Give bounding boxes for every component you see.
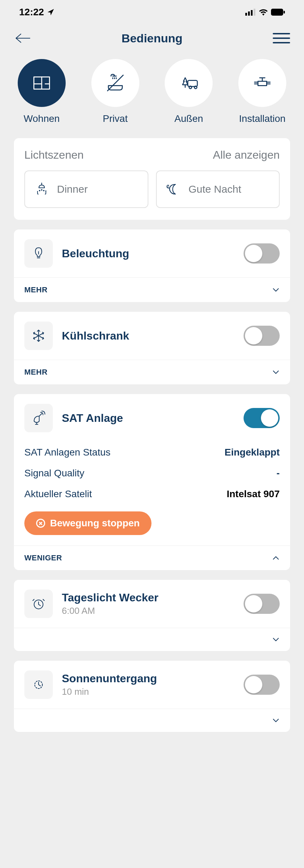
svg-rect-1	[248, 11, 250, 16]
detail-label: Signal Quality	[24, 468, 84, 479]
chevron-down-icon	[272, 717, 280, 724]
category-label: Wohnen	[24, 113, 60, 124]
detail-label: SAT Anlagen Status	[24, 447, 110, 458]
lighting-card: Beleuchtung MEHR	[14, 229, 290, 302]
sunset-timer-icon	[24, 670, 53, 699]
detail-value: -	[277, 468, 280, 479]
svg-rect-5	[284, 11, 285, 14]
sat-toggle[interactable]	[244, 408, 280, 428]
alarm-toggle[interactable]	[244, 594, 280, 614]
fridge-toggle[interactable]	[244, 326, 280, 346]
expand-more-label: MEHR	[24, 368, 48, 377]
alarm-expand[interactable]	[14, 628, 290, 651]
fridge-expand[interactable]: MEHR	[14, 360, 290, 384]
svg-rect-0	[245, 13, 247, 16]
stop-button-label: Bewegung stoppen	[50, 518, 140, 529]
alarm-subtitle: 6:00 AM	[62, 606, 235, 616]
back-button[interactable]	[14, 31, 31, 45]
sunset-card: Sonnenuntergang 10 min	[14, 661, 290, 732]
category-wohnen[interactable]: Wohnen	[16, 59, 68, 124]
battery-icon	[271, 9, 285, 16]
svg-line-7	[107, 75, 123, 91]
svg-rect-2	[251, 10, 253, 16]
tree-camper-icon	[178, 73, 199, 93]
category-privat[interactable]: Privat	[89, 59, 141, 124]
chevron-down-icon	[272, 286, 280, 294]
sunset-expand[interactable]	[14, 709, 290, 732]
wifi-icon	[258, 9, 268, 16]
sunset-toggle[interactable]	[244, 675, 280, 695]
svg-rect-4	[271, 9, 283, 16]
category-installation[interactable]: Installation	[236, 59, 288, 124]
expand-less-label: WENIGER	[24, 553, 62, 562]
svg-point-13	[43, 190, 44, 191]
close-circle-icon	[36, 519, 45, 528]
sat-signal-row: Signal Quality -	[14, 463, 290, 484]
scenes-card: Lichtszenen Alle anzeigen Dinner Gute Na…	[14, 138, 290, 220]
category-label: Außen	[174, 113, 203, 124]
category-row: Wohnen Privat Außen Installation	[0, 56, 304, 138]
scenes-title: Lichtszenen	[24, 149, 84, 161]
snowflake-icon	[24, 322, 53, 350]
chevron-up-icon	[272, 554, 280, 562]
fridge-card: Kühlschrank MEHR	[14, 312, 290, 384]
lighting-title: Beleuchtung	[62, 247, 235, 260]
sat-collapse[interactable]: WENIGER	[14, 545, 290, 570]
svg-point-9	[189, 86, 192, 89]
sat-satellite-row: Aktueller Satelit Intelsat 907	[14, 484, 290, 504]
scene-label: Dinner	[57, 183, 88, 195]
fridge-title: Kühlschrank	[62, 329, 235, 342]
valve-icon	[252, 73, 273, 93]
sunset-subtitle: 10 min	[62, 686, 235, 697]
category-label: Privat	[103, 113, 128, 124]
lighting-expand[interactable]: MEHR	[14, 277, 290, 302]
menu-button[interactable]	[273, 31, 290, 45]
svg-point-11	[41, 190, 42, 190]
svg-rect-8	[188, 81, 198, 87]
svg-point-10	[195, 86, 197, 89]
shower-bath-icon	[105, 73, 126, 93]
scene-dinner[interactable]: Dinner	[24, 170, 148, 208]
floor-plan-icon	[31, 73, 52, 93]
page-title: Bedienung	[122, 32, 183, 45]
dinner-lamp-icon	[33, 181, 50, 198]
moon-icon	[165, 181, 182, 198]
chevron-down-icon	[272, 636, 280, 643]
svg-point-12	[39, 190, 40, 191]
sat-title: SAT Anlage	[62, 412, 235, 425]
detail-label: Aktueller Satelit	[24, 489, 92, 500]
alarm-title: Tageslicht Wecker	[62, 591, 235, 604]
sunset-title: Sonnenuntergang	[62, 672, 235, 685]
sat-status-row: SAT Anlagen Status Eingeklappt	[14, 442, 290, 463]
sat-card: SAT Anlage SAT Anlagen Status Eingeklapp…	[14, 394, 290, 570]
location-arrow-icon	[47, 8, 55, 16]
cell-signal-icon	[245, 9, 256, 16]
satellite-dish-icon	[24, 404, 53, 432]
scenes-all-link[interactable]: Alle anzeigen	[213, 149, 280, 161]
svg-rect-3	[254, 9, 255, 16]
status-time: 12:22	[19, 7, 44, 18]
alarm-clock-icon	[24, 590, 53, 618]
scene-label: Gute Nacht	[189, 183, 241, 195]
detail-value: Intelsat 907	[227, 489, 280, 500]
lighting-toggle[interactable]	[244, 243, 280, 264]
bulb-icon	[24, 239, 53, 268]
expand-more-label: MEHR	[24, 285, 48, 294]
scene-gute-nacht[interactable]: Gute Nacht	[156, 170, 280, 208]
chevron-down-icon	[272, 368, 280, 376]
category-aussen[interactable]: Außen	[163, 59, 215, 124]
status-bar: 12:22	[0, 0, 304, 24]
category-label: Installation	[239, 113, 286, 124]
alarm-card: Tageslicht Wecker 6:00 AM	[14, 580, 290, 651]
detail-value: Eingeklappt	[224, 447, 280, 458]
nav-bar: Bedienung	[0, 24, 304, 56]
stop-movement-button[interactable]: Bewegung stoppen	[24, 511, 151, 535]
